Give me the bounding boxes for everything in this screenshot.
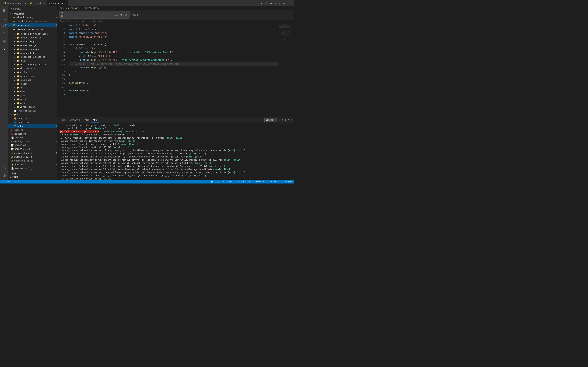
timeline-header[interactable]: ▶ 时间线: [9, 175, 57, 179]
tree-item-ws[interactable]: ▶ 📁 ws: [9, 86, 57, 90]
status-spaces[interactable]: 空格: 4: [227, 180, 235, 183]
open-editor-index[interactable]: JS index.js src M: [9, 23, 57, 27]
tree-item-wrap-ansi[interactable]: ▶ 📁 wrap-ansi: [9, 78, 57, 82]
tab-webpack-base[interactable]: JS webpack.base.js: [1, 0, 28, 6]
tree-item-websocket-driver[interactable]: ▶ 📁 websocket-driver: [9, 51, 57, 55]
activity-run[interactable]: [1, 31, 7, 37]
add-icon[interactable]: ＋: [264, 1, 268, 5]
tree-item-yarn-integrity[interactable]: 📄 .yarn-integrity: [9, 109, 57, 113]
tree-item-yarn-lock[interactable]: 🔒 yarn.lock M: [9, 163, 57, 167]
folder-icon: ▶ 📁: [14, 48, 19, 50]
tree-item-readme-en[interactable]: 📝 README.en.md: [9, 147, 57, 151]
forward-icon[interactable]: ↪: [278, 1, 281, 5]
status-appname[interactable]: Iceworks: [268, 181, 278, 183]
close-terminal-btn[interactable]: ×: [291, 119, 292, 121]
tree-item-src[interactable]: ▾ 📁 src: [9, 113, 57, 117]
tree-item-wildcard[interactable]: ▶ 📁 wildcard: [9, 70, 57, 74]
tab-problems[interactable]: 问题: [83, 117, 91, 123]
tree-item-webpack-prod[interactable]: JS webpack.prod.js: [9, 159, 57, 163]
search-input[interactable]: [66, 14, 115, 16]
tree-item-webpack-dev-server[interactable]: ▶ 📁 webpack-dev-server: [9, 36, 57, 40]
tree-item-xtend[interactable]: ▶ 📁 xtend: [9, 90, 57, 93]
tree-item-gitignore[interactable]: ⬡ .gitignore: [9, 132, 57, 136]
activity-files[interactable]: [1, 8, 7, 14]
tab-index[interactable]: JS index.js ×: [47, 0, 68, 6]
tree-item-yallist[interactable]: ▶ 📁 yallist: [9, 97, 57, 101]
open-editor-webpack-base[interactable]: JS webpack.base.js M: [9, 16, 57, 19]
line-numbers: 1 2 3 4 5 6 7 8 9 10 11 12 13 14 15 16 1…: [57, 23, 66, 117]
tree-item-yarn-error[interactable]: 📄 yarn-error.log: [9, 167, 57, 170]
back-icon[interactable]: ↩: [274, 1, 277, 5]
status-line-col[interactable]: 行 11，列 12: [210, 180, 225, 183]
tree-item-webpack-merge[interactable]: ▶ 📁 webpack-merge: [9, 43, 57, 47]
tree-item-y18n[interactable]: ▶ 📁 y18n: [9, 93, 57, 97]
prev-result-btn[interactable]: ↑: [140, 14, 143, 16]
tree-item-readme[interactable]: 📝 README.md: [9, 143, 57, 147]
tab-debug-console[interactable]: 调试控制台: [68, 117, 83, 123]
status-language[interactable]: JavaScript: [252, 181, 266, 183]
activity-custom[interactable]: [1, 46, 7, 52]
open-editors-section: ▾ 打开的编辑器 JS webpack.base.js M JS moment.…: [9, 12, 57, 28]
outline-header[interactable]: ▶ 大纲: [9, 172, 57, 175]
whole-word-btn[interactable]: Ab: [120, 14, 123, 16]
item-label: webpack.base.js: [14, 152, 56, 154]
more-icon[interactable]: ···: [287, 1, 293, 5]
tree-item-babelrc[interactable]: ⚙ .babelrc: [9, 128, 57, 132]
case-sensitive-btn[interactable]: Aa: [115, 14, 118, 16]
tree-item-yargs-parser[interactable]: ▶ 📁 yargs-parser: [9, 105, 57, 109]
tree-item-webpack-base-root[interactable]: JS webpack.base.js M: [9, 151, 57, 155]
split-terminal-btn[interactable]: ⊡: [282, 119, 283, 121]
tree-item-which-boxed[interactable]: ▶ 📁 which-boxed-primitive: [9, 63, 57, 67]
terminal-select[interactable]: 1: node: [264, 118, 277, 122]
code-content[interactable]: import "./index.css"; import $ from "jqu…: [66, 23, 278, 117]
js-icon: JS: [11, 156, 13, 158]
split-editor-icon[interactable]: ⊡: [256, 1, 259, 5]
folder-icon: ▶ 📁: [14, 83, 19, 85]
tree-item-webpack-dev-middleware[interactable]: ▶ 📁 webpack-dev-middleware: [9, 32, 57, 36]
next-result-btn[interactable]: ↓: [144, 14, 147, 16]
search-close-btn[interactable]: ×: [148, 13, 149, 16]
tab-close-icon[interactable]: ×: [65, 2, 66, 4]
regex-btn[interactable]: .*: [124, 14, 128, 16]
tab-moment[interactable]: JS moment.js: [28, 0, 47, 6]
search-bar: 查找 Aa Ab .* 无结果 ↑ ↓ ×: [57, 10, 294, 20]
code-line-15: [69, 77, 278, 81]
activity-account[interactable]: [1, 164, 7, 171]
tree-item-webpack-log[interactable]: ▶ 📁 webpack-log: [9, 40, 57, 43]
tree-item-yargs[interactable]: ▶ 📁 yargs: [9, 101, 57, 105]
activity-extensions[interactable]: [1, 38, 7, 45]
grid-icon[interactable]: ⊞: [282, 1, 285, 5]
run-icon[interactable]: ▶: [260, 1, 263, 5]
tree-item-webpack-sources[interactable]: ▶ 📁 webpack-sources: [9, 47, 57, 51]
tree-item-index-css[interactable]: 🎨 index.css: [9, 117, 57, 120]
activity-settings[interactable]: [1, 172, 7, 178]
sidebar-more-icon[interactable]: ···: [51, 8, 55, 10]
status-encoding[interactable]: UTF-8: [237, 181, 245, 183]
activity-search[interactable]: [1, 15, 7, 22]
code-line-3: import moment from "moment";: [69, 31, 278, 35]
tree-item-worker-farm[interactable]: ▶ 📁 worker-farm: [9, 74, 57, 78]
open-editors-header[interactable]: ▾ 打开的编辑器: [9, 12, 57, 16]
tree-item-which[interactable]: ▶ 📁 which: [9, 59, 57, 63]
tab-terminal[interactable]: 终端: [91, 117, 99, 123]
tree-item-index-js[interactable]: JS index.js M: [9, 124, 57, 128]
layout-icon[interactable]: ▣: [270, 1, 272, 5]
tree-item-websocket-extensions[interactable]: ▶ 📁 websocket-extensions: [9, 55, 57, 59]
git-branch[interactable]: master*: [1, 181, 11, 183]
status-line-ending[interactable]: LF: [247, 181, 251, 183]
tree-item-webpack-dev[interactable]: JS webpack.dev.js: [9, 155, 57, 159]
trash-terminal-btn[interactable]: 🗑: [285, 119, 287, 121]
tree-item-which-module[interactable]: ▶ 📁 which-module: [9, 67, 57, 70]
activity-bar-bottom: [1, 164, 7, 178]
tree-item-index-html[interactable]: 🌐 index.html: [9, 120, 57, 124]
tree-item-wrappy[interactable]: ▶ 📁 wrappy: [9, 82, 57, 86]
tree-item-package-json[interactable]: {} package.json M: [9, 140, 57, 143]
activity-source-control[interactable]: 1: [1, 23, 7, 29]
open-editor-moment[interactable]: JS moment.js node_modules/moment: [9, 19, 57, 23]
add-terminal-btn[interactable]: ＋: [278, 118, 280, 121]
project-header[interactable]: ▾ TEST-WEBPACK-OPTIMIZATION: [9, 28, 57, 31]
tab-output[interactable]: 输出: [60, 117, 68, 123]
maximize-terminal-btn[interactable]: ∧: [288, 119, 289, 121]
tree-item-license[interactable]: 📄 LICENSE: [9, 136, 57, 140]
terminal-content[interactable]: css/bundle.css 43 bytes main [emitted] m…: [57, 123, 294, 180]
